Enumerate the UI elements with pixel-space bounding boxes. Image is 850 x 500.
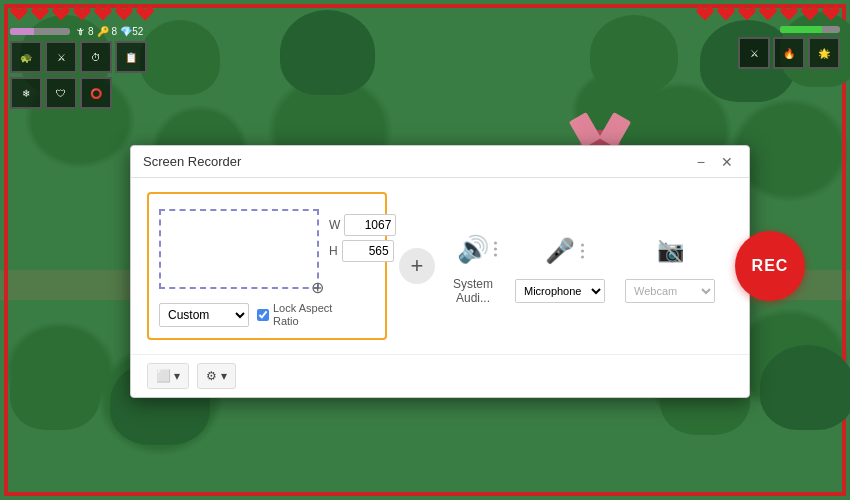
close-button[interactable]: ✕ [717, 155, 737, 169]
hud-item-2: ⚔ [45, 41, 77, 73]
system-audio-label: System Audi... [451, 277, 495, 305]
hud-r-item-1: ⚔ [738, 37, 770, 69]
hearts-display [10, 6, 154, 22]
webcam-icon-area: 📷 [648, 229, 692, 273]
microphone-select[interactable]: Microphone [515, 279, 605, 303]
screen-section: ⊕ W 1067 H 565 Custo [147, 192, 387, 340]
hud-item-5: ❄ [10, 77, 42, 109]
hud-r-item-3: 🌟 [808, 37, 840, 69]
width-row: W 1067 [329, 214, 396, 236]
height-input[interactable]: 565 [342, 240, 394, 262]
hud-item-3: ⏱ [80, 41, 112, 73]
dialog-body: ⊕ W 1067 H 565 Custo [131, 178, 749, 354]
lock-aspect-area: Lock AspectRatio [257, 302, 332, 328]
screenshot-button[interactable]: ⬜ ▾ [147, 363, 189, 389]
settings-button[interactable]: ⚙ ▾ [197, 363, 235, 389]
audio-level-dots [494, 242, 497, 257]
mic-level-dots [581, 244, 584, 259]
heart-1 [10, 6, 28, 22]
hud-item-1: 🐢 [10, 41, 42, 73]
hearts-right [696, 6, 840, 22]
hud-item-7: ⭕ [80, 77, 112, 109]
rec-button[interactable]: REC [735, 231, 805, 301]
system-audio-icon-area: 🔊 [451, 227, 495, 271]
wh-inputs: W 1067 H 565 [329, 214, 396, 262]
heart-4 [73, 6, 91, 22]
hud-item-6: 🛡 [45, 77, 77, 109]
lock-aspect-checkbox[interactable] [257, 309, 269, 321]
minimize-button[interactable]: − [693, 155, 709, 169]
heart-r6 [801, 6, 819, 22]
heart-r1 [696, 6, 714, 22]
screen-controls-row: Custom Lock AspectRatio [159, 302, 375, 328]
width-label: W [329, 218, 340, 232]
crosshair-icon: ⊕ [307, 277, 327, 297]
heart-r5 [780, 6, 798, 22]
hud-top: 🗡 8 🔑 8 💎52 🐢 ⚔ ⏱ 📋 ❄ 🛡 ⭕ [0, 0, 850, 60]
screen-preview[interactable]: ⊕ [159, 204, 319, 294]
system-audio-item: 🔊 System Audi... [451, 227, 495, 305]
heart-5 [94, 6, 112, 22]
title-controls: − ✕ [693, 155, 737, 169]
heart-r4 [759, 6, 777, 22]
webcam-icon: 📷 [657, 238, 684, 264]
screen-dashed-rect: ⊕ [159, 209, 319, 289]
speaker-icon: 🔊 [457, 234, 489, 265]
height-label: H [329, 244, 338, 258]
heart-7 [136, 6, 154, 22]
heart-3 [52, 6, 70, 22]
av-section: 🔊 System Audi... 🎤 Microphone [451, 227, 805, 305]
screen-recorder-dialog: Screen Recorder − ✕ ⊕ W 1067 [130, 145, 750, 398]
dialog-titlebar: Screen Recorder − ✕ [131, 146, 749, 178]
microphone-item: 🎤 Microphone [515, 229, 605, 303]
heart-6 [115, 6, 133, 22]
heart-r2 [717, 6, 735, 22]
webcam-select[interactable]: Webcam [625, 279, 715, 303]
webcam-item: 📷 Webcam [625, 229, 715, 303]
dialog-title: Screen Recorder [143, 154, 241, 169]
height-row: H 565 [329, 240, 396, 262]
microphone-icon: 🎤 [545, 237, 575, 265]
lock-aspect-label: Lock AspectRatio [273, 302, 332, 328]
dialog-footer: ⬜ ▾ ⚙ ▾ [131, 354, 749, 397]
add-source-button[interactable]: + [399, 248, 435, 284]
hud-item-4: 📋 [115, 41, 147, 73]
width-input[interactable]: 1067 [344, 214, 396, 236]
heart-r7 [822, 6, 840, 22]
hud-r-item-2: 🔥 [773, 37, 805, 69]
microphone-icon-area: 🎤 [538, 229, 582, 273]
heart-r3 [738, 6, 756, 22]
resolution-select[interactable]: Custom [159, 303, 249, 327]
heart-2 [31, 6, 49, 22]
